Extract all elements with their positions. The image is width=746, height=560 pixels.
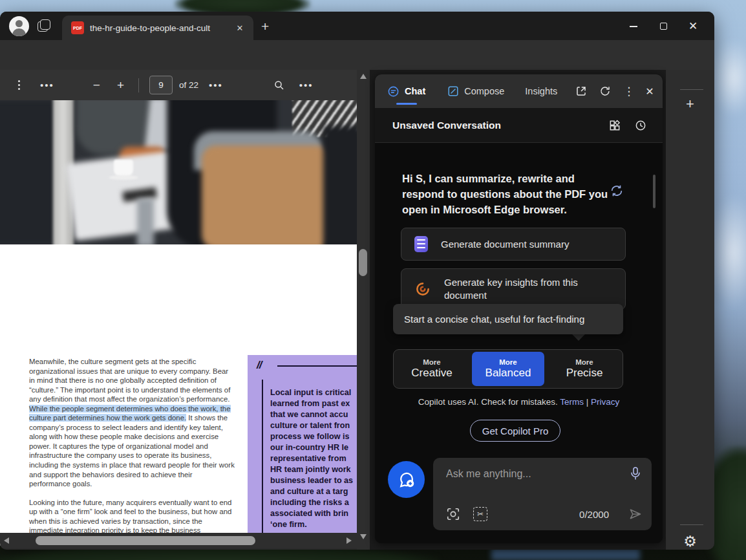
chat-input-box[interactable]: ✂ 0/2000 <box>433 458 652 530</box>
refresh-chat-icon[interactable] <box>599 85 611 97</box>
new-chat-icon <box>397 470 416 490</box>
horizontal-scrollbar[interactable] <box>0 533 357 548</box>
quote-mark-icon: // <box>257 359 261 372</box>
tone-creative[interactable]: More Creative <box>396 352 468 386</box>
new-tab-button[interactable]: + <box>261 20 269 33</box>
greeting-message: Hi S, I can summarize, rewrite and respo… <box>402 171 610 217</box>
plugins-icon[interactable] <box>608 119 621 132</box>
vertical-scrollbar[interactable] <box>357 70 370 550</box>
pdf-viewer: ••• − + of 22 ••• ••• <box>0 70 370 550</box>
content-area: ••• − + of 22 ••• ••• <box>0 70 714 550</box>
document-photo <box>0 100 357 244</box>
precise-tooltip: Start a concise chat, useful for fact-fi… <box>393 304 623 334</box>
tab-bar: PDF the-hr-guide-to-people-and-cult ✕ + … <box>0 12 714 40</box>
chat-icon <box>387 85 400 98</box>
rail-add-button[interactable]: + <box>666 96 714 113</box>
browser-tab[interactable]: PDF the-hr-guide-to-people-and-cult ✕ <box>62 16 253 40</box>
paragraph-text: Meanwhile, the culture segment gets at t… <box>29 358 230 403</box>
open-in-new-window-icon[interactable] <box>575 85 587 97</box>
suggestion-document-summary[interactable]: Generate document summary <box>401 228 626 261</box>
vertical-scroll-thumb[interactable] <box>359 249 367 276</box>
minimize-button[interactable] <box>619 21 648 32</box>
terms-link[interactable]: Terms <box>560 397 584 407</box>
zoom-in-button[interactable]: + <box>117 78 124 92</box>
screenshot-icon[interactable] <box>446 507 460 521</box>
scroll-up-arrow[interactable] <box>360 74 367 79</box>
document-summary-icon <box>414 236 428 252</box>
new-topic-button[interactable] <box>388 461 425 498</box>
paragraph-text: It shows the company’s process to select… <box>29 414 235 488</box>
rail-settings-button[interactable]: ⚙ <box>666 533 714 550</box>
copilot-header: Chat Compose Insights <box>375 74 663 108</box>
tone-precise[interactable]: More Precise <box>548 352 621 386</box>
avatar-icon <box>16 20 23 27</box>
compose-icon <box>447 85 459 97</box>
pull-quote-block: // Local input is critical learned from … <box>248 355 357 546</box>
close-panel-icon[interactable]: ✕ <box>645 85 654 98</box>
copilot-panel: Chat Compose Insights <box>375 74 663 543</box>
wallpaper-sky-gap <box>491 548 640 560</box>
wallpaper-cloud <box>711 39 746 116</box>
history-icon[interactable] <box>634 119 647 132</box>
document-body-text: Meanwhile, the culture segment gets at t… <box>29 357 235 546</box>
get-copilot-pro-button[interactable]: Get Copilot Pro <box>470 420 560 442</box>
scroll-left-arrow[interactable] <box>4 537 9 544</box>
tab-title: the-hr-guide-to-people-and-cult <box>90 23 224 33</box>
table-of-contents-icon[interactable] <box>14 81 26 90</box>
pdf-file-icon: PDF <box>71 21 84 34</box>
desktop-wallpaper: PDF the-hr-guide-to-people-and-cult ✕ + … <box>0 0 746 560</box>
tab-chat[interactable]: Chat <box>387 74 425 108</box>
active-tab-underline <box>396 103 417 105</box>
ai-disclaimer: Copilot uses AI. Check for mistakes. Ter… <box>375 397 663 407</box>
scroll-right-arrow[interactable] <box>346 537 352 544</box>
pdf-page: Meanwhile, the culture segment gets at t… <box>0 100 357 546</box>
sidebar-rail: + ⚙ <box>666 70 714 550</box>
pdf-find-icon[interactable] <box>273 80 285 91</box>
more-options-icon[interactable]: ⋮ <box>623 85 634 98</box>
conversation-style-selector: More Creative More Balanced More Precise <box>393 349 623 389</box>
chat-scrollbar-thumb[interactable] <box>653 175 655 208</box>
zoom-out-button[interactable]: − <box>93 78 100 92</box>
browser-toolbar: ← i File | C:/Users/imshu/Downloads/the-… <box>0 40 714 70</box>
browser-window: PDF the-hr-guide-to-people-and-cult ✕ + … <box>0 12 714 550</box>
window-close-button[interactable]: ✕ <box>678 19 708 33</box>
ask-input[interactable] <box>446 468 601 480</box>
horizontal-scroll-thumb[interactable] <box>36 536 255 545</box>
window-controls: ✕ <box>619 12 708 40</box>
pdf-toolbar: ••• − + of 22 ••• ••• <box>0 70 357 100</box>
send-icon[interactable] <box>628 508 643 521</box>
key-insights-icon <box>414 281 431 297</box>
page-count-label: of 22 <box>179 80 198 90</box>
scroll-down-arrow[interactable] <box>360 534 367 539</box>
workspaces-button[interactable] <box>37 19 52 33</box>
pdf-options-icon[interactable]: ••• <box>299 80 314 91</box>
tone-balanced[interactable]: More Balanced <box>472 352 544 386</box>
pdf-page-more-icon[interactable]: ••• <box>209 80 223 91</box>
privacy-link[interactable]: Privacy <box>591 397 619 407</box>
tab-close-button[interactable]: ✕ <box>233 21 247 35</box>
tab-insights[interactable]: Insights <box>525 74 557 108</box>
tab-compose[interactable]: Compose <box>447 74 504 108</box>
char-counter: 0/2000 <box>579 509 609 520</box>
maximize-button[interactable] <box>648 21 678 32</box>
regenerate-icon[interactable] <box>609 184 624 198</box>
page-number-input[interactable] <box>149 76 173 94</box>
quote-text: Local input is critical learned from pas… <box>270 387 357 530</box>
conversation-bar: Unsaved Conversation <box>375 108 663 143</box>
microphone-icon[interactable] <box>630 466 641 480</box>
pdf-more-icon[interactable]: ••• <box>40 80 54 91</box>
copilot-body: Hi S, I can summarize, rewrite and respo… <box>375 144 663 543</box>
profile-button[interactable] <box>9 16 29 36</box>
conversation-title: Unsaved Conversation <box>392 120 501 131</box>
snip-icon[interactable]: ✂ <box>473 507 487 521</box>
